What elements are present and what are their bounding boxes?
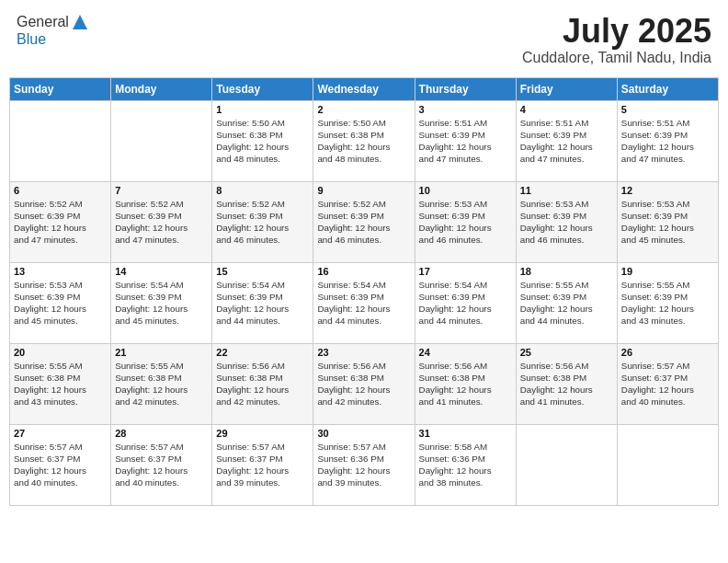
logo-blue-text: Blue [17, 31, 89, 48]
day-info: Sunrise: 5:50 AM Sunset: 6:38 PM Dayligh… [216, 117, 309, 166]
day-info: Sunrise: 5:51 AM Sunset: 6:39 PM Dayligh… [621, 117, 714, 166]
day-info: Sunrise: 5:56 AM Sunset: 6:38 PM Dayligh… [317, 360, 410, 408]
day-info: Sunrise: 5:55 AM Sunset: 6:39 PM Dayligh… [621, 279, 714, 327]
calendar-cell: 7Sunrise: 5:52 AM Sunset: 6:39 PM Daylig… [111, 181, 212, 262]
day-number: 24 [419, 347, 512, 358]
day-number: 15 [216, 266, 309, 277]
day-info: Sunrise: 5:53 AM Sunset: 6:39 PM Dayligh… [14, 279, 107, 327]
calendar-cell: 17Sunrise: 5:54 AM Sunset: 6:39 PM Dayli… [415, 262, 516, 343]
logo-icon [71, 13, 89, 31]
calendar-cell: 21Sunrise: 5:55 AM Sunset: 6:38 PM Dayli… [111, 343, 212, 424]
page-header: General Blue July 2025 Cuddalore, Tamil … [9, 9, 719, 70]
day-number: 25 [520, 347, 613, 358]
day-number: 5 [621, 104, 714, 115]
calendar-week-row: 20Sunrise: 5:55 AM Sunset: 6:38 PM Dayli… [10, 343, 719, 424]
calendar-cell: 1Sunrise: 5:50 AM Sunset: 6:38 PM Daylig… [212, 100, 313, 181]
day-number: 10 [419, 185, 512, 196]
day-info: Sunrise: 5:50 AM Sunset: 6:38 PM Dayligh… [317, 117, 410, 166]
title-block: July 2025 Cuddalore, Tamil Nadu, India [522, 13, 711, 66]
day-number: 3 [419, 104, 512, 115]
day-info: Sunrise: 5:53 AM Sunset: 6:39 PM Dayligh… [419, 198, 512, 247]
day-info: Sunrise: 5:54 AM Sunset: 6:39 PM Dayligh… [115, 279, 208, 327]
day-number: 16 [317, 266, 410, 277]
calendar-cell: 5Sunrise: 5:51 AM Sunset: 6:39 PM Daylig… [617, 100, 718, 181]
day-info: Sunrise: 5:57 AM Sunset: 6:36 PM Dayligh… [317, 441, 410, 489]
day-info: Sunrise: 5:56 AM Sunset: 6:38 PM Dayligh… [419, 360, 512, 408]
day-number: 22 [216, 347, 309, 358]
day-info: Sunrise: 5:51 AM Sunset: 6:39 PM Dayligh… [419, 117, 512, 166]
day-number: 2 [317, 104, 410, 115]
day-number: 28 [115, 428, 208, 439]
calendar-cell: 27Sunrise: 5:57 AM Sunset: 6:37 PM Dayli… [10, 424, 111, 505]
weekday-header-thursday: Thursday [415, 77, 516, 100]
logo: General Blue [17, 13, 89, 48]
calendar-cell: 19Sunrise: 5:55 AM Sunset: 6:39 PM Dayli… [617, 262, 718, 343]
day-info: Sunrise: 5:53 AM Sunset: 6:39 PM Dayligh… [520, 198, 613, 247]
calendar-cell: 20Sunrise: 5:55 AM Sunset: 6:38 PM Dayli… [10, 343, 111, 424]
calendar-cell: 18Sunrise: 5:55 AM Sunset: 6:39 PM Dayli… [516, 262, 617, 343]
calendar-cell: 31Sunrise: 5:58 AM Sunset: 6:36 PM Dayli… [415, 424, 516, 505]
calendar-week-row: 27Sunrise: 5:57 AM Sunset: 6:37 PM Dayli… [10, 424, 719, 505]
day-number: 26 [621, 347, 714, 358]
day-number: 8 [216, 185, 309, 196]
day-info: Sunrise: 5:57 AM Sunset: 6:37 PM Dayligh… [621, 360, 714, 408]
calendar-cell [10, 100, 111, 181]
day-info: Sunrise: 5:56 AM Sunset: 6:38 PM Dayligh… [216, 360, 309, 408]
day-number: 17 [419, 266, 512, 277]
calendar-cell: 8Sunrise: 5:52 AM Sunset: 6:39 PM Daylig… [212, 181, 313, 262]
day-number: 30 [317, 428, 410, 439]
calendar-cell: 24Sunrise: 5:56 AM Sunset: 6:38 PM Dayli… [415, 343, 516, 424]
day-number: 6 [14, 185, 107, 196]
calendar-table: SundayMondayTuesdayWednesdayThursdayFrid… [9, 77, 719, 506]
calendar-cell: 4Sunrise: 5:51 AM Sunset: 6:39 PM Daylig… [516, 100, 617, 181]
day-info: Sunrise: 5:54 AM Sunset: 6:39 PM Dayligh… [419, 279, 512, 327]
day-info: Sunrise: 5:52 AM Sunset: 6:39 PM Dayligh… [14, 198, 107, 247]
weekday-header-saturday: Saturday [617, 77, 718, 100]
day-info: Sunrise: 5:51 AM Sunset: 6:39 PM Dayligh… [520, 117, 613, 166]
day-info: Sunrise: 5:55 AM Sunset: 6:39 PM Dayligh… [520, 279, 613, 327]
calendar-cell: 9Sunrise: 5:52 AM Sunset: 6:39 PM Daylig… [313, 181, 415, 262]
day-info: Sunrise: 5:57 AM Sunset: 6:37 PM Dayligh… [115, 441, 208, 489]
calendar-cell: 22Sunrise: 5:56 AM Sunset: 6:38 PM Dayli… [212, 343, 313, 424]
day-info: Sunrise: 5:57 AM Sunset: 6:37 PM Dayligh… [216, 441, 309, 489]
calendar-cell: 3Sunrise: 5:51 AM Sunset: 6:39 PM Daylig… [415, 100, 516, 181]
day-number: 4 [520, 104, 613, 115]
day-number: 18 [520, 266, 613, 277]
day-info: Sunrise: 5:55 AM Sunset: 6:38 PM Dayligh… [115, 360, 208, 408]
location-subtitle: Cuddalore, Tamil Nadu, India [522, 50, 711, 66]
calendar-cell: 14Sunrise: 5:54 AM Sunset: 6:39 PM Dayli… [111, 262, 212, 343]
logo-general-text: General [17, 14, 69, 30]
calendar-cell: 16Sunrise: 5:54 AM Sunset: 6:39 PM Dayli… [313, 262, 415, 343]
calendar-cell [111, 100, 212, 181]
day-number: 9 [317, 185, 410, 196]
day-info: Sunrise: 5:52 AM Sunset: 6:39 PM Dayligh… [115, 198, 208, 247]
calendar-cell: 6Sunrise: 5:52 AM Sunset: 6:39 PM Daylig… [10, 181, 111, 262]
day-info: Sunrise: 5:54 AM Sunset: 6:39 PM Dayligh… [216, 279, 309, 327]
calendar-week-row: 6Sunrise: 5:52 AM Sunset: 6:39 PM Daylig… [10, 181, 719, 262]
weekday-header-wednesday: Wednesday [313, 77, 415, 100]
day-number: 13 [14, 266, 107, 277]
weekday-header-monday: Monday [111, 77, 212, 100]
day-info: Sunrise: 5:57 AM Sunset: 6:37 PM Dayligh… [14, 441, 107, 489]
day-number: 12 [621, 185, 714, 196]
day-number: 7 [115, 185, 208, 196]
weekday-header-row: SundayMondayTuesdayWednesdayThursdayFrid… [10, 77, 719, 100]
day-info: Sunrise: 5:56 AM Sunset: 6:38 PM Dayligh… [520, 360, 613, 408]
calendar-cell: 26Sunrise: 5:57 AM Sunset: 6:37 PM Dayli… [617, 343, 718, 424]
day-number: 23 [317, 347, 410, 358]
day-number: 31 [419, 428, 512, 439]
calendar-week-row: 1Sunrise: 5:50 AM Sunset: 6:38 PM Daylig… [10, 100, 719, 181]
day-info: Sunrise: 5:53 AM Sunset: 6:39 PM Dayligh… [621, 198, 714, 247]
day-number: 20 [14, 347, 107, 358]
day-number: 14 [115, 266, 208, 277]
day-number: 27 [14, 428, 107, 439]
calendar-cell: 23Sunrise: 5:56 AM Sunset: 6:38 PM Dayli… [313, 343, 415, 424]
calendar-cell: 10Sunrise: 5:53 AM Sunset: 6:39 PM Dayli… [415, 181, 516, 262]
calendar-cell: 28Sunrise: 5:57 AM Sunset: 6:37 PM Dayli… [111, 424, 212, 505]
month-year-title: July 2025 [522, 13, 711, 50]
day-info: Sunrise: 5:55 AM Sunset: 6:38 PM Dayligh… [14, 360, 107, 408]
day-number: 19 [621, 266, 714, 277]
day-info: Sunrise: 5:52 AM Sunset: 6:39 PM Dayligh… [216, 198, 309, 247]
calendar-cell: 25Sunrise: 5:56 AM Sunset: 6:38 PM Dayli… [516, 343, 617, 424]
weekday-header-tuesday: Tuesday [212, 77, 313, 100]
